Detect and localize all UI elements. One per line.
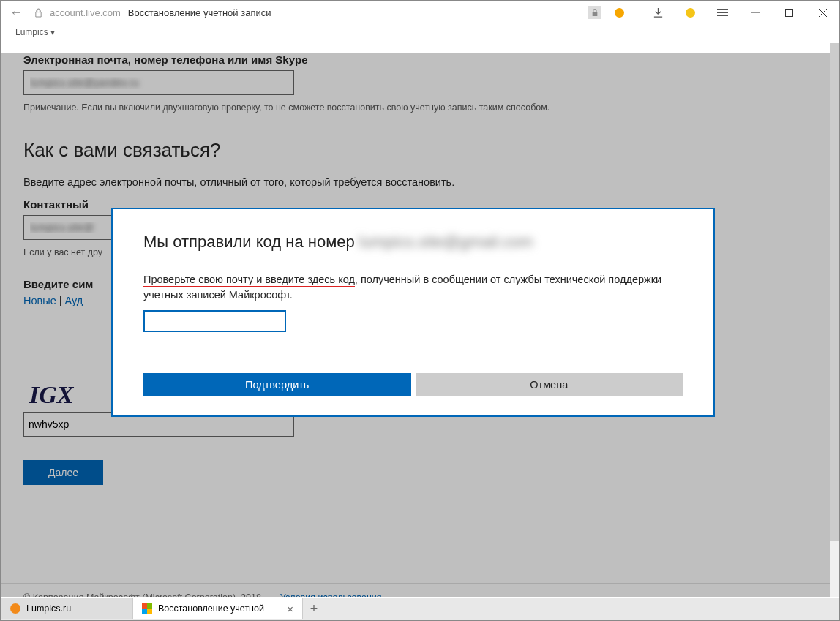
power-icon[interactable] bbox=[674, 1, 706, 24]
favicon-icon bbox=[10, 603, 20, 614]
cancel-button[interactable]: Отмена bbox=[416, 373, 683, 396]
browser-tab-active[interactable]: Восстановление учетной × bbox=[133, 598, 303, 619]
browser-titlebar: ← account.live.com Восстановление учетно… bbox=[1, 1, 839, 24]
maximize-icon[interactable] bbox=[772, 1, 806, 24]
minimize-icon[interactable] bbox=[738, 1, 772, 24]
extension-icon[interactable] bbox=[615, 8, 624, 18]
downloads-icon[interactable] bbox=[642, 1, 674, 24]
bookmark-bar: Lumpics ▾ bbox=[1, 24, 839, 40]
svg-rect-1 bbox=[785, 9, 792, 16]
tab-title: Lumpics.ru bbox=[26, 603, 71, 614]
confirm-button[interactable]: Подтвердить bbox=[143, 373, 411, 396]
url-domain: account.live.com bbox=[50, 7, 121, 18]
browser-tab[interactable]: Lumpics.ru bbox=[1, 598, 133, 619]
url-title: Восстановление учетной записи bbox=[128, 7, 271, 18]
lock-icon bbox=[34, 8, 42, 18]
close-icon[interactable] bbox=[806, 1, 839, 24]
modal-heading: Мы отправили код на номер lumpics.site@g… bbox=[143, 233, 683, 252]
tab-title: Восстановление учетной bbox=[158, 603, 264, 614]
favicon-icon bbox=[142, 603, 152, 614]
tab-close-icon[interactable]: × bbox=[287, 603, 293, 615]
verification-modal: Мы отправили код на номер lumpics.site@g… bbox=[111, 208, 715, 417]
scrollbar[interactable] bbox=[830, 43, 839, 597]
verification-code-input[interactable] bbox=[143, 310, 286, 332]
security-indicator-icon[interactable] bbox=[588, 6, 601, 19]
modal-body: Проверьте свою почту и введите здесь код… bbox=[143, 272, 683, 303]
bookmark-item[interactable]: Lumpics ▾ bbox=[15, 27, 55, 37]
new-tab-button[interactable]: + bbox=[303, 601, 325, 617]
back-icon[interactable]: ← bbox=[10, 5, 23, 20]
address-bar[interactable]: account.live.com Восстановление учетной … bbox=[34, 7, 271, 18]
menu-icon[interactable] bbox=[706, 1, 738, 24]
browser-tabstrip: Lumpics.ru Восстановление учетной × + bbox=[1, 598, 839, 620]
